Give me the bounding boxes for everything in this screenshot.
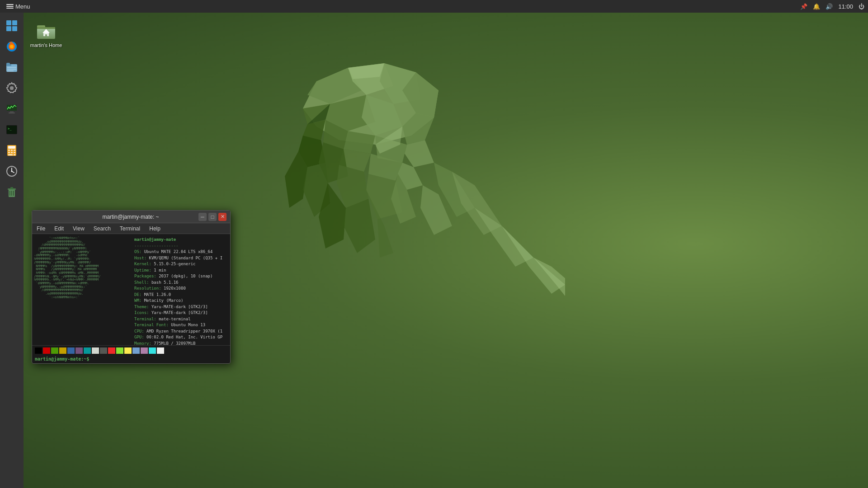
color-bright-cyan xyxy=(149,347,156,354)
sidebar-item-files[interactable] xyxy=(2,16,21,35)
terminal-menu-view[interactable]: View xyxy=(71,225,86,233)
color-bright-black xyxy=(100,347,107,354)
terminal-menu-terminal[interactable]: Terminal xyxy=(118,225,142,233)
svg-rect-58 xyxy=(9,113,15,113)
svg-rect-43 xyxy=(12,26,17,31)
top-panel: Menu 📌 🔔 🔊 11:00 ⏻ xyxy=(0,0,868,13)
info-terminal-value: mate-terminal xyxy=(159,317,190,321)
svg-rect-66 xyxy=(14,150,15,151)
svg-rect-70 xyxy=(8,154,13,155)
terminal-menu-search[interactable]: Search xyxy=(92,225,113,233)
info-theme-key: Theme: xyxy=(134,305,151,309)
info-de-key: DE: xyxy=(134,292,144,297)
info-termfont-value: Ubuntu Mono 13 xyxy=(171,323,205,327)
sidebar-item-clock[interactable] xyxy=(2,162,21,181)
terminal-menu-file[interactable]: File xyxy=(35,225,47,233)
info-shell-key: Shell: xyxy=(134,280,151,285)
info-host-key: Host: xyxy=(134,256,149,260)
terminal-close-button[interactable]: ✕ xyxy=(218,213,226,221)
terminal-minimize-button[interactable]: ─ xyxy=(198,213,207,221)
info-resolution-value: 868x488 xyxy=(164,286,186,291)
color-bright-white xyxy=(157,347,164,354)
terminal-color-palette xyxy=(32,346,230,356)
terminal-controls: ─ □ ✕ xyxy=(198,213,226,221)
color-yellow xyxy=(59,347,66,354)
terminal-menu-help[interactable]: Help xyxy=(147,225,162,233)
terminal-body: ':+shNNMMNnhs+:` .odMMMMMMMMMMMMMMdo. /d… xyxy=(32,234,230,345)
info-kernel-value: 5.15.0-25-generic xyxy=(154,262,195,266)
svg-marker-29 xyxy=(348,63,384,79)
color-black xyxy=(35,347,42,354)
color-bright-magenta xyxy=(141,347,148,354)
desktop: Menu 📌 🔔 🔊 11:00 ⏻ xyxy=(0,0,868,488)
desktop-icons-area: martin's Home xyxy=(24,13,69,55)
svg-rect-49 xyxy=(6,63,10,65)
terminal-window: martin@jammy-mate: ~ ─ □ ✕ File Edit Vie… xyxy=(32,210,231,364)
sidebar-item-firefox[interactable] xyxy=(2,37,21,56)
sidebar-item-filemanager[interactable] xyxy=(2,58,21,77)
svg-rect-64 xyxy=(8,150,10,151)
info-uptime-key: Uptime: xyxy=(134,268,154,272)
info-uptime-value: 1 min xyxy=(154,268,166,272)
terminal-ascii-art: ':+shNNMMNnhs+:` .odMMMMMMMMMMMMMMdo. /d… xyxy=(32,234,132,345)
home-folder-image xyxy=(35,19,57,41)
info-gpu-value: 00:02.0 Red Hat, Inc. Virtio GP xyxy=(146,335,222,339)
svg-point-75 xyxy=(11,171,13,172)
clock-display[interactable]: 11:00 xyxy=(838,3,853,10)
info-theme-value: Yaru-MATE-dark [GTK2/3] xyxy=(151,305,208,309)
info-cpu-key: CPU: xyxy=(134,329,146,333)
terminal-titlebar: martin@jammy-mate: ~ ─ □ ✕ xyxy=(32,211,230,223)
info-packages-value: 2037 (dpkg), 10 (snap) xyxy=(159,274,212,278)
color-magenta xyxy=(75,347,83,354)
sidebar-item-settings[interactable] xyxy=(2,79,21,98)
svg-marker-11 xyxy=(405,140,434,167)
svg-point-46 xyxy=(10,45,14,48)
menu-icon xyxy=(6,4,14,9)
svg-rect-52 xyxy=(7,70,14,71)
color-white xyxy=(92,347,99,354)
color-blue xyxy=(67,347,75,354)
terminal-separator: ------------------ xyxy=(134,244,179,248)
sidebar-item-terminal[interactable]: >_ xyxy=(2,120,21,139)
sidebar-item-calculator[interactable] xyxy=(2,141,21,160)
svg-rect-57 xyxy=(10,111,14,113)
bell-icon[interactable]: 🔔 xyxy=(813,3,820,10)
info-wm-key: WM: xyxy=(134,298,144,303)
pushpin-icon[interactable]: 📌 xyxy=(800,3,807,10)
terminal-prompt[interactable]: martin@jammy-mate:~$ xyxy=(32,356,230,363)
home-folder-icon[interactable]: martin's Home xyxy=(28,17,64,50)
svg-rect-65 xyxy=(11,150,13,151)
home-folder-label: martin's Home xyxy=(30,42,62,48)
info-de-value: MATE 1.26.0 xyxy=(144,292,171,297)
terminal-hostname: martin@jammy-mate xyxy=(134,237,176,242)
svg-rect-85 xyxy=(37,27,55,29)
info-host-value: KVM/QEMU (Standard PC (Q35 + I xyxy=(149,256,223,260)
info-memory-key: Memory: xyxy=(134,341,154,346)
terminal-menu-edit[interactable]: Edit xyxy=(52,225,66,233)
info-os-value: Ubuntu MATE 22.04 LTS x86_64 xyxy=(144,249,213,254)
info-packages-key: Packages: xyxy=(134,274,159,278)
svg-rect-40 xyxy=(6,20,11,25)
menu-button[interactable]: Menu xyxy=(4,2,33,11)
terminal-menubar: File Edit View Search Terminal Help xyxy=(32,223,230,234)
info-memory-value: 775MiB / 32097MiB xyxy=(154,341,195,346)
panel-left: Menu xyxy=(4,2,33,11)
volume-icon[interactable]: 🔊 xyxy=(826,3,833,10)
power-icon[interactable]: ⏻ xyxy=(859,3,864,10)
info-shell-value: bash 5.1.16 xyxy=(151,280,179,285)
svg-rect-71 xyxy=(14,154,15,155)
svg-point-54 xyxy=(10,86,14,90)
svg-rect-42 xyxy=(6,26,11,31)
svg-rect-69 xyxy=(14,152,15,153)
terminal-title: martin@jammy-mate: ~ xyxy=(63,214,198,220)
sidebar-item-monitor[interactable] xyxy=(2,99,21,118)
svg-rect-68 xyxy=(11,152,13,153)
terminal-sysinfo: martin@jammy-mate ------------------ OS:… xyxy=(132,234,230,345)
info-gpu-key: GPU: xyxy=(134,335,146,339)
svg-rect-63 xyxy=(8,146,15,149)
svg-rect-50 xyxy=(7,67,16,68)
info-terminal-key: Terminal: xyxy=(134,317,159,321)
terminal-bottom: martin@jammy-mate:~$ xyxy=(32,345,230,363)
terminal-maximize-button[interactable]: □ xyxy=(208,213,217,221)
sidebar-item-trash[interactable] xyxy=(2,183,21,202)
